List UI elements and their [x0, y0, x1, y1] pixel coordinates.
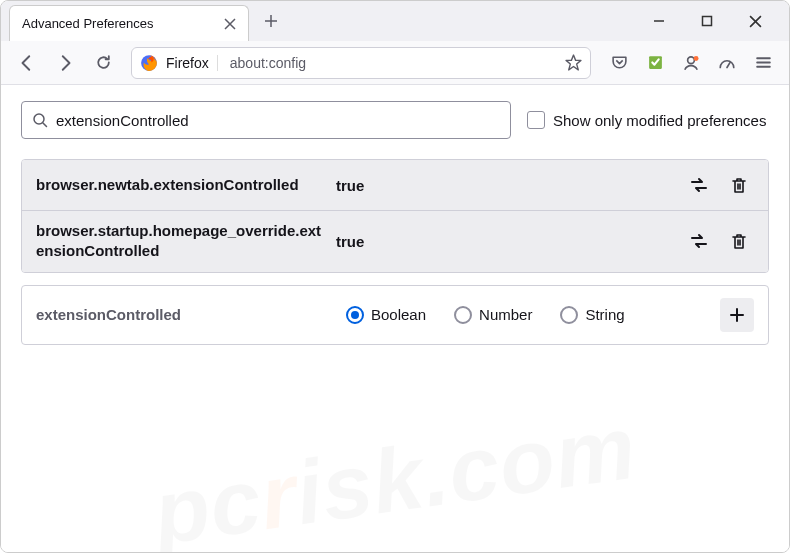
- reload-button[interactable]: [87, 47, 119, 79]
- minimize-button[interactable]: [641, 3, 677, 39]
- pocket-button[interactable]: [603, 47, 635, 79]
- type-radio-group: Boolean Number String: [346, 306, 625, 324]
- browser-window: Advanced Preferences: [0, 0, 790, 553]
- search-field[interactable]: [21, 101, 511, 139]
- radio-boolean[interactable]: Boolean: [346, 306, 426, 324]
- preference-value: true: [336, 233, 674, 250]
- radio-label: Boolean: [371, 306, 426, 323]
- show-modified-checkbox-label[interactable]: Show only modified preferences: [527, 111, 766, 129]
- page-content: pcrisk.com Show only modified preference…: [1, 85, 789, 552]
- preference-value: true: [336, 177, 674, 194]
- extension-button[interactable]: [639, 47, 671, 79]
- svg-point-4: [694, 56, 699, 61]
- toolbar: Firefox about:config: [1, 41, 789, 85]
- url-bar[interactable]: Firefox about:config: [131, 47, 591, 79]
- forward-button[interactable]: [49, 47, 81, 79]
- firefox-icon: [140, 54, 158, 72]
- show-modified-checkbox[interactable]: [527, 111, 545, 129]
- close-tab-button[interactable]: [224, 18, 236, 30]
- delete-button[interactable]: [724, 226, 754, 256]
- urlbar-url-text: about:config: [226, 55, 557, 71]
- urlbar-identity-label: Firefox: [166, 55, 218, 71]
- preference-row: browser.startup.homepage_override.extens…: [22, 211, 768, 272]
- search-icon: [32, 112, 48, 128]
- maximize-button[interactable]: [689, 3, 725, 39]
- preference-name: browser.newtab.extensionControlled: [36, 175, 326, 195]
- new-preference-name: extensionControlled: [36, 306, 326, 323]
- toggle-button[interactable]: [684, 170, 714, 200]
- radio-label: String: [585, 306, 624, 323]
- window-controls: [641, 3, 789, 39]
- radio-icon: [560, 306, 578, 324]
- preference-row: browser.newtab.extensionControlled true: [22, 160, 768, 211]
- add-button[interactable]: [720, 298, 754, 332]
- new-tab-button[interactable]: [255, 5, 287, 37]
- new-preference-row: extensionControlled Boolean Number Strin…: [21, 285, 769, 345]
- close-window-button[interactable]: [737, 3, 773, 39]
- show-modified-label-text: Show only modified preferences: [553, 112, 766, 129]
- tab-bar: Advanced Preferences: [1, 1, 789, 41]
- bookmark-star-icon[interactable]: [565, 54, 582, 71]
- search-input[interactable]: [56, 112, 500, 129]
- tab-active[interactable]: Advanced Preferences: [9, 5, 249, 41]
- back-button[interactable]: [11, 47, 43, 79]
- radio-icon: [346, 306, 364, 324]
- account-button[interactable]: [675, 47, 707, 79]
- performance-button[interactable]: [711, 47, 743, 79]
- radio-label: Number: [479, 306, 532, 323]
- svg-point-3: [688, 56, 695, 63]
- toggle-button[interactable]: [684, 226, 714, 256]
- radio-number[interactable]: Number: [454, 306, 532, 324]
- tab-title: Advanced Preferences: [22, 16, 154, 31]
- preference-table: browser.newtab.extensionControlled true …: [21, 159, 769, 273]
- watermark-text: pcrisk.com: [148, 396, 643, 552]
- radio-string[interactable]: String: [560, 306, 624, 324]
- radio-icon: [454, 306, 472, 324]
- delete-button[interactable]: [724, 170, 754, 200]
- svg-rect-0: [703, 17, 712, 26]
- menu-button[interactable]: [747, 47, 779, 79]
- preference-name: browser.startup.homepage_override.extens…: [36, 221, 326, 262]
